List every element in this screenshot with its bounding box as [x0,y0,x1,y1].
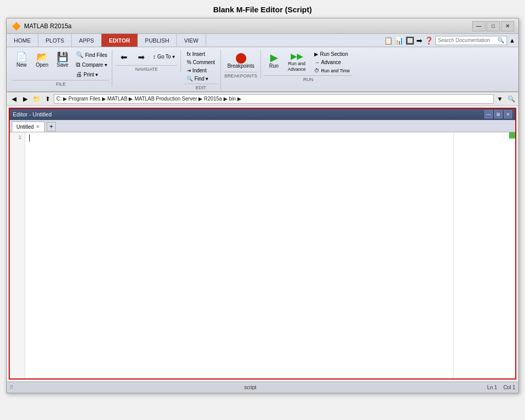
toolbar-up-btn[interactable]: ⬆ [43,94,53,104]
tab-apps[interactable]: APPS [72,34,102,47]
fwd-icon: ➡ [138,52,145,62]
logo-icon: 🔶 [12,22,21,30]
tab-editor[interactable]: EDITOR [102,34,137,47]
nav-back-button[interactable]: ⬅ [115,50,132,64]
ribbon: 📄 New 📂 Open 💾 Save 🔍 Find Fi [7,47,518,92]
new-icon: 📄 [16,52,27,62]
menu-right-area: 📋 📊 🔲 ➡ ❓ 🔍 ▲ [381,34,518,47]
tab-close-btn[interactable]: ✕ [36,124,40,129]
script-type-label: script [244,385,256,390]
status-center: script [15,385,485,390]
ln-value: 1 [494,385,497,390]
toolbar-folder-btn[interactable]: 📁 [31,94,42,104]
ribbon-content: 📄 New 📂 Open 💾 Save 🔍 Find Fi [7,49,518,91]
navigate-small: ↕ Go To ▾ [150,52,177,61]
ribbon-edit-section: fx Insert % Comment ⇥ Indent 🔍 [181,50,221,90]
tab-home[interactable]: HOME [7,34,38,47]
search-box: 🔍 [435,36,507,45]
run-small: ▶ Run Section → Advance ⏱ Run and Time [312,50,352,74]
tab-view[interactable]: VIEW [177,34,206,47]
ln-status: Ln 1 [487,385,497,390]
editor-title: Editor - Untitled [13,111,484,117]
minimize-button[interactable]: — [472,21,486,31]
address-search-btn[interactable]: 🔍 [506,94,516,104]
status-grip: ⠿ [10,385,13,390]
run-buttons: ▶ Run ▶▶ Run andAdvance ▶ Run Section → [264,50,352,74]
advance-icon: → [314,59,319,65]
toolbar-fwd-button[interactable]: ▶ [20,94,30,104]
code-area[interactable] [25,132,515,378]
help-icon[interactable]: ❓ [425,36,433,45]
new-button[interactable]: 📄 New [12,50,31,70]
indent-button[interactable]: ⇥ Indent [184,67,217,74]
vertical-divider [453,132,454,378]
open-button[interactable]: 📂 Open [32,50,52,70]
run-advance-button[interactable]: ▶▶ Run andAdvance [285,50,309,74]
find-icon: 🔍 [187,76,193,82]
line-numbers: 1 [10,132,25,378]
run-button[interactable]: ▶ Run [264,50,284,71]
indent-icon: ⇥ [187,68,191,73]
close-button[interactable]: ✕ [501,21,514,31]
ln-label: Ln [487,385,493,390]
print-icon: 🖨 [76,71,82,78]
edit-section-label: EDIT [184,84,217,90]
editor-maximize-btn[interactable]: ⊞ [494,110,502,118]
compare-icon: ⧉ [76,61,80,68]
maximize-button[interactable]: □ [487,21,500,31]
new-tab-button[interactable]: + [47,122,56,131]
icon-1[interactable]: 📋 [384,36,393,45]
find-files-icon: 🔍 [76,51,84,58]
run-time-icon: ⏱ [314,68,319,73]
page-title: Blank M-File Editor (Script) [213,5,312,14]
compare-button[interactable]: ⧉ Compare ▾ [73,60,110,69]
search-input[interactable] [438,37,497,43]
run-section-button[interactable]: ▶ Run Section [312,50,352,58]
goto-icon: ↕ [153,53,156,59]
icon-3[interactable]: 🔲 [406,36,414,45]
editor-close-btn[interactable]: ✕ [504,110,512,118]
tab-label: Untitled [16,124,34,130]
icon-2[interactable]: 📊 [395,36,403,45]
search-icon[interactable]: 🔍 [497,37,504,44]
ribbon-run-section: ▶ Run ▶▶ Run andAdvance ▶ Run Section → [261,50,355,82]
run-time-button[interactable]: ⏱ Run and Time [312,67,352,74]
find-files-button[interactable]: 🔍 Find Files [73,50,110,59]
tab-publish[interactable]: PUBLISH [138,34,177,47]
run-advance-label: Run andAdvance [288,61,306,72]
title-bar: 🔶 MATLAB R2015a — □ ✕ [7,18,518,34]
ribbon-breakpoints-section: ⬤ Breakpoints BREAKPOINTS [221,50,261,78]
editor-titlebar: Editor - Untitled — ⊞ ✕ [10,109,515,120]
breakpoints-section-label: BREAKPOINTS [224,72,257,78]
expand-icon[interactable]: ▲ [509,37,515,44]
status-right: Ln 1 Col 1 [487,385,515,390]
address-bar: C: ▶ Program Files ▶ MATLAB ▶ MATLAB Pro… [54,94,494,104]
menu-bar: HOME PLOTS APPS EDITOR PUBLISH VIEW 📋 📊 … [7,34,518,47]
breakpoints-button[interactable]: ⬤ Breakpoints [224,50,257,71]
icon-4[interactable]: ➡ [416,36,422,45]
toolbar-back-button[interactable]: ◀ [9,94,19,104]
comment-button[interactable]: % Comment [184,58,217,66]
find-button[interactable]: 🔍 Find ▾ [184,75,217,83]
run-time-label: Run and Time [321,68,350,73]
advance-button[interactable]: → Advance [312,58,352,66]
nav-fwd-button[interactable]: ➡ [133,50,149,64]
save-button[interactable]: 💾 Save [53,50,72,70]
tab-plots[interactable]: PLOTS [38,34,72,47]
insert-button[interactable]: fx Insert [184,50,217,58]
editor-content: 1 [10,132,515,378]
text-cursor [29,134,30,142]
print-button[interactable]: 🖨 Print ▾ [73,70,110,79]
ribbon-navigate-section: ⬅ ➡ ↕ Go To ▾ NAVIGATE [112,50,181,72]
editor-minimize-btn[interactable]: — [484,110,493,118]
goto-button[interactable]: ↕ Go To ▾ [150,52,177,61]
address-dropdown-btn[interactable]: ▼ [495,94,505,104]
breakpoints-icon: ⬤ [235,52,247,63]
breakpoints-buttons: ⬤ Breakpoints [224,50,257,71]
run-advance-icon: ▶▶ [291,52,303,61]
editor-container: Editor - Untitled — ⊞ ✕ Untitled ✕ + 1 [9,108,516,379]
editor-tab-untitled[interactable]: Untitled ✕ [12,122,45,132]
status-bar: ⠿ script Ln 1 Col 1 [7,382,518,393]
file-small-buttons: 🔍 Find Files ⧉ Compare ▾ 🖨 Print ▾ [73,50,110,79]
run-icon: ▶ [270,52,278,63]
